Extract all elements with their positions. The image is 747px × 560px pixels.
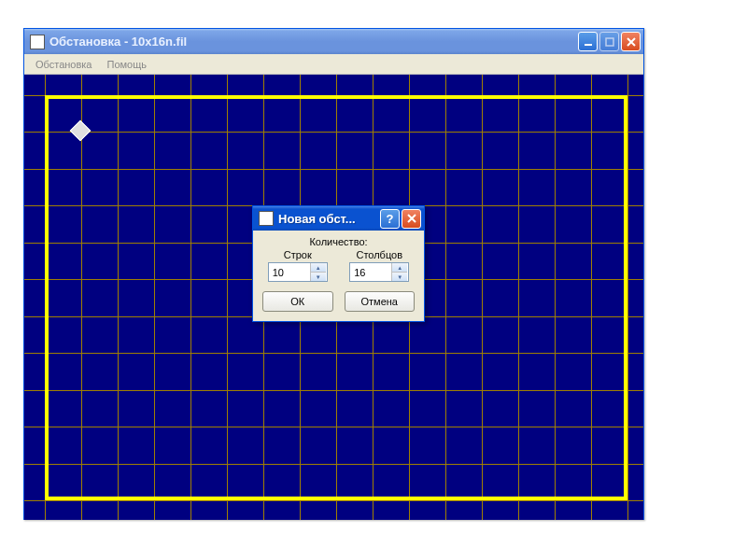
grid-vline <box>627 75 628 520</box>
dialog-body: Количество: Строк ▲ ▼ Столбцов ▲ <box>253 231 424 321</box>
rows-up-button[interactable]: ▲ <box>311 263 326 273</box>
rows-spinner: ▲ ▼ <box>268 262 328 282</box>
menu-obstanovka[interactable]: Обстановка <box>28 57 99 72</box>
cols-label: Столбцов <box>356 249 402 260</box>
maximize-icon <box>604 36 615 48</box>
new-env-dialog: Новая обст... ? Количество: Строк ▲ ▼ Ст… <box>252 205 425 322</box>
cols-spinner: ▲ ▼ <box>349 262 409 282</box>
rows-label: Строк <box>284 249 312 260</box>
close-icon <box>406 213 417 224</box>
maximize-button[interactable] <box>599 32 619 51</box>
svg-rect-0 <box>585 44 592 46</box>
dialog-app-icon <box>259 211 274 226</box>
close-icon <box>626 36 637 48</box>
minimize-button[interactable] <box>578 32 598 51</box>
cancel-button[interactable]: Отмена <box>345 291 416 312</box>
window-controls <box>578 32 641 51</box>
cols-up-button[interactable]: ▲ <box>392 263 407 273</box>
menu-help[interactable]: Помощь <box>99 57 154 72</box>
cols-input[interactable] <box>350 263 391 281</box>
app-icon <box>30 35 45 49</box>
ok-button[interactable]: ОК <box>262 291 333 312</box>
close-button[interactable] <box>621 32 641 51</box>
menubar: Обстановка Помощь <box>24 54 643 75</box>
rows-down-button[interactable]: ▼ <box>311 273 326 281</box>
cols-down-button[interactable]: ▼ <box>392 273 407 281</box>
dialog-close-button[interactable] <box>402 209 421 229</box>
dialog-title: Новая обст... <box>278 212 380 226</box>
qty-label: Количество: <box>262 236 415 247</box>
minimize-icon <box>583 36 594 48</box>
svg-rect-1 <box>606 38 613 46</box>
grid-hline <box>24 500 643 501</box>
dialog-titlebar[interactable]: Новая обст... ? <box>253 206 424 231</box>
main-titlebar[interactable]: Обстановка - 10x16n.fil <box>24 29 643 54</box>
rows-input[interactable] <box>269 263 310 281</box>
dialog-help-button[interactable]: ? <box>380 209 400 229</box>
main-title: Обстановка - 10x16n.fil <box>49 35 578 49</box>
